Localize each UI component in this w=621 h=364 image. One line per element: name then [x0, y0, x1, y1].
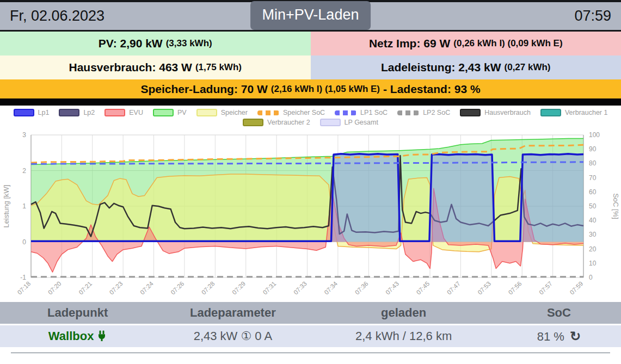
lade-value: Ladeleistung: 2,43 kW [381, 61, 501, 74]
y-left-tick: -1 [20, 274, 26, 281]
legend-key-lp1 [14, 109, 34, 116]
y-right-tick: 10 [589, 260, 597, 267]
chargepoint-name: Wallbox [48, 329, 94, 343]
x-tick: 07:45 [415, 280, 431, 296]
geladen-cell: 2,4 kWh / 12,6 km [311, 329, 497, 343]
y-left-tick: 3 [22, 131, 26, 139]
x-tick: 07:28 [200, 280, 216, 296]
x-tick: 07:23 [108, 280, 124, 296]
x-tick: 07:36 [354, 280, 370, 296]
legend-item-lp2[interactable]: Lp2 [59, 109, 95, 116]
legend-key-lp2-soc [397, 110, 419, 115]
tile-netz: Netz Imp: 69 W (0,26 kWh I) (0,09 kWh E) [311, 32, 621, 55]
ladeparameter-cell: 2,43 kW ① 0 A [155, 329, 310, 343]
legend-item-lp-gesamt[interactable]: LP Gesamt [320, 119, 378, 126]
legend-key-lp-gesamt [320, 119, 341, 126]
legend-item-lp2-soc[interactable]: LP2 SoC [397, 109, 450, 116]
legend-label: LP2 SoC [423, 109, 450, 116]
legend-item-speicher-soc[interactable]: Speicher SoC [257, 109, 325, 116]
legend-row: Verbraucher 2LP Gesamt [243, 119, 378, 126]
netz-value: Netz Imp: 69 W [369, 37, 450, 50]
legend-key-lp2 [59, 109, 79, 116]
legend-key-verbraucher2 [243, 119, 263, 126]
y-right-tick: 30 [589, 231, 597, 238]
y-right-tick: 80 [589, 159, 597, 167]
y-right-tick: 40 [589, 217, 597, 224]
legend-key-speicher [196, 109, 217, 116]
legend-row: Lp1Lp2EVUPVSpeicherSpeicher SoCLP1 SoCLP… [14, 109, 608, 116]
x-tick: 07:20 [47, 280, 63, 296]
tile-ladeleistung: Ladeleistung: 2,43 kW (0,27 kWh) [311, 55, 621, 79]
chargepoint-name-cell[interactable]: Wallbox [0, 329, 155, 343]
soc-value: 81 % [537, 330, 564, 343]
x-tick: 07:21 [77, 280, 93, 296]
y-left-tick: 1 [22, 202, 26, 210]
charge-mode-button[interactable]: Min+PV-Laden [250, 1, 371, 30]
titlebar: Fr, 02.06.2023 Min+PV-Laden 07:59 [0, 2, 621, 32]
legend-key-hausverbrauch [460, 109, 481, 116]
legend-label: LP Gesamt [345, 119, 378, 126]
table-row: Wallbox 2,43 kW ① 0 A 2,4 kWh / 12,6 km … [0, 325, 621, 347]
x-tick: 07:56 [507, 280, 523, 296]
legend-item-lp1[interactable]: Lp1 [14, 109, 50, 116]
y-right-tick: 100 [589, 131, 600, 139]
x-tick: 07:26 [170, 280, 186, 296]
status-tiles: PV: 2,90 kW (3,33 kWh) Netz Imp: 69 W (0… [0, 32, 621, 98]
col-geladen: geladen [311, 306, 497, 320]
col-ladepunkt: Ladepunkt [0, 306, 155, 320]
legend-item-lp1-soc[interactable]: LP1 SoC [335, 109, 388, 116]
legend-key-lp1-soc [335, 110, 356, 115]
y-right-tick: 0 [589, 274, 593, 281]
netz-energy: (0,26 kWh I) (0,09 kWh E) [453, 38, 562, 49]
y-left-tick: 2 [22, 167, 26, 175]
x-tick: 07:53 [476, 280, 492, 296]
x-tick: 07:43 [384, 280, 400, 296]
legend-label: Verbraucher 1 [565, 109, 608, 116]
legend-item-evu[interactable]: EVU [104, 109, 143, 116]
legend-item-verbraucher1[interactable]: Verbraucher 1 [540, 109, 608, 116]
chart-legend: Lp1Lp2EVUPVSpeicherSpeicher SoCLP1 SoCLP… [0, 109, 621, 126]
haus-value: Hausverbrauch: 463 W [69, 61, 192, 74]
legend-label: Speicher [221, 109, 248, 116]
y-left-tick: 0 [22, 238, 26, 246]
legend-item-pv[interactable]: PV [153, 109, 187, 116]
speicher-ladestand: - Ladestand: 93 % [383, 83, 481, 96]
y-right-tick: 70 [589, 174, 597, 182]
legend-key-speicher-soc [257, 110, 279, 115]
legend-item-speicher[interactable]: Speicher [196, 109, 248, 116]
legend-label: Lp1 [38, 109, 50, 116]
x-tick: 07:59 [569, 280, 585, 296]
x-tick: 07:31 [262, 280, 278, 296]
series-fill-speicher [31, 174, 583, 252]
x-tick: 07:18 [16, 280, 32, 296]
tile-hausverbrauch: Hausverbrauch: 463 W (1,75 kWh) [0, 55, 311, 79]
tile-pv: PV: 2,90 kW (3,33 kWh) [0, 32, 311, 55]
legend-item-hausverbrauch[interactable]: Hausverbrauch [460, 109, 531, 116]
chargepoint-table: Ladepunkt Ladeparameter geladen SoC Wall… [0, 302, 621, 347]
table-header-row: Ladepunkt Ladeparameter geladen SoC [0, 302, 621, 324]
tile-speicher: Speicher-Ladung: 70 W (2,16 kWh I) (1,05… [0, 79, 621, 98]
speicher-value: Speicher-Ladung: 70 W [140, 83, 267, 96]
legend-label: PV [177, 109, 187, 116]
haus-energy: (1,75 kWh) [195, 62, 242, 73]
legend-key-evu [104, 109, 125, 116]
soc-refresh-icon[interactable]: ↻ [570, 329, 581, 343]
col-soc: SoC [497, 306, 621, 320]
x-tick: 07:33 [292, 280, 308, 296]
legend-label: Speicher SoC [283, 109, 325, 116]
chart-canvas: -10123010203040506070809010007:1807:2007… [0, 106, 621, 303]
divider-band [0, 98, 621, 106]
x-tick: 07:24 [139, 280, 155, 296]
legend-label: EVU [129, 109, 143, 116]
y-left-axis-label: Leistung [kW] [2, 185, 10, 228]
legend-key-pv [153, 109, 174, 116]
chart-svg: -10123010203040506070809010007:1807:2007… [0, 106, 621, 301]
y-right-axis-label: SoC [%] [612, 193, 620, 219]
footer-divider [11, 353, 610, 353]
power-chart: Lp1Lp2EVUPVSpeicherSpeicher SoCLP1 SoCLP… [0, 106, 621, 301]
lade-energy: (0,27 kWh) [505, 62, 551, 73]
plug-icon [97, 330, 107, 342]
pv-energy: (3,33 kWh) [166, 38, 212, 49]
legend-item-verbraucher2[interactable]: Verbraucher 2 [243, 119, 310, 126]
speicher-energy: (2,16 kWh I) (1,05 kWh E) [271, 84, 380, 95]
